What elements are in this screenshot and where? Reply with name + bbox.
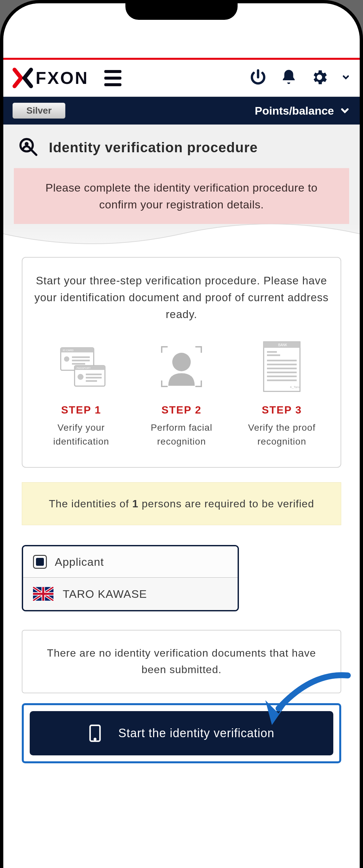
notice-banner: Please complete the identity verificatio… [14,168,349,224]
step-3: BANK K_Taro [235,339,329,448]
app-screen: FXON [3,3,360,868]
applicant-body-row: TARO KAWASE [23,578,238,610]
wave-divider [3,224,360,257]
start-verification-button[interactable]: Start the identity verification [30,711,333,755]
svg-point-12 [77,374,84,380]
subheader-bar: Silver Points/balance [3,97,360,125]
chevron-down-icon [339,105,351,116]
svg-rect-14 [86,377,102,378]
uk-flag-icon [33,587,54,601]
step-1: ID CARD PASSPORT [34,339,128,448]
no-documents-card: There are no identity verification docum… [22,630,341,693]
applicant-role-label: Applicant [55,556,104,568]
svg-rect-33 [33,593,54,595]
svg-rect-6 [72,356,90,358]
step-3-label: STEP 3 [235,404,329,416]
points-balance-label: Points/balance [255,104,334,117]
step-2: STEP 2 Perform facial recognition [135,339,228,448]
points-balance-toggle[interactable]: Points/balance [255,104,351,117]
svg-rect-27 [267,379,297,381]
svg-point-16 [172,353,191,371]
svg-point-35 [94,738,96,740]
start-button-label: Start the identity verification [118,726,274,740]
required-persons-banner: The identities of 1 persons are required… [22,482,341,525]
steps-intro-text: Start your three-step verification proce… [34,272,329,323]
page-title-row: Identity verification procedure [3,125,360,168]
header-left: FXON [12,68,122,88]
phone-notch [125,3,238,20]
page-title: Identity verification procedure [49,140,258,156]
svg-rect-20 [267,351,277,353]
gear-icon[interactable] [310,68,329,88]
identity-search-icon [18,136,39,159]
steps-row: ID CARD PASSPORT [34,339,329,448]
svg-rect-8 [72,363,85,365]
svg-rect-7 [72,360,90,361]
svg-text:ID CARD: ID CARD [63,349,74,352]
step-3-desc: Verify the proof recognition [235,421,329,448]
applicant-checkbox[interactable] [33,555,47,569]
svg-text:PASSPORT: PASSPORT [76,367,91,370]
svg-rect-15 [86,380,97,382]
bank-statement-icon: BANK K_Taro [235,339,329,395]
menu-button[interactable] [104,70,122,86]
app-header: FXON [3,60,360,97]
svg-point-5 [64,356,69,362]
svg-rect-21 [267,354,280,356]
step-2-desc: Perform facial recognition [135,421,228,448]
step-1-desc: Verify your identification [34,421,128,448]
smartphone-icon [89,724,102,742]
start-cta-highlight: Start the identity verification [22,703,341,763]
svg-text:K_Taro: K_Taro [290,385,300,389]
header-right [249,68,351,88]
svg-rect-23 [267,364,297,365]
svg-rect-26 [267,376,297,377]
step-1-label: STEP 1 [34,404,128,416]
verification-steps-card: Start your three-step verification proce… [22,257,341,468]
phone-frame: FXON [0,0,363,868]
chevron-down-icon[interactable] [341,73,351,83]
power-icon[interactable] [249,68,267,88]
no-documents-text: There are no identity verification docum… [36,645,327,678]
page-content-upper: Identity verification procedure Please c… [3,125,360,257]
applicant-card: Applicant TARO KAWA [22,545,239,611]
bell-icon[interactable] [280,68,298,88]
id-card-icon: ID CARD PASSPORT [34,339,128,395]
applicant-header-row[interactable]: Applicant [23,546,238,578]
tier-badge: Silver [12,103,65,119]
brand-logo: FXON [12,68,89,88]
svg-rect-25 [267,372,297,373]
applicant-name: TARO KAWASE [63,588,147,600]
logo-text: FXON [36,68,89,88]
step-2-label: STEP 2 [135,404,228,416]
required-count: 1 [132,498,139,509]
svg-rect-17 [264,342,300,392]
logo-mark-icon [12,68,33,88]
svg-rect-24 [267,368,297,369]
page-content-lower: Start your three-step verification proce… [3,257,360,783]
required-prefix: The identities of [49,498,132,509]
required-suffix: persons are required to be verified [139,498,314,509]
svg-rect-13 [86,374,102,375]
svg-text:BANK: BANK [278,343,288,347]
face-scan-icon [135,339,228,395]
svg-rect-22 [267,360,297,361]
